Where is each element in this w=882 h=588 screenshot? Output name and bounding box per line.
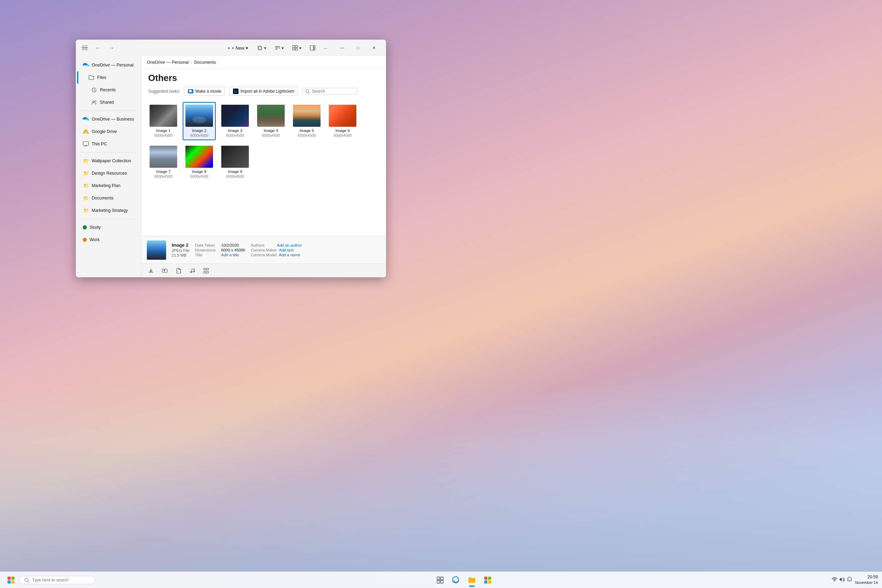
- sidebar-item-this-pc[interactable]: This PC: [77, 138, 140, 150]
- wifi-icon[interactable]: [832, 577, 837, 584]
- sidebar-item-design[interactable]: 📁 Design Resources 📌: [77, 167, 140, 180]
- svg-marker-13: [83, 129, 89, 134]
- sidebar-item-recents[interactable]: Recents: [77, 84, 140, 96]
- breadcrumb-onedrive[interactable]: OneDrive — Personal: [147, 60, 189, 65]
- sidebar-item-shared[interactable]: Shared: [77, 96, 140, 108]
- file-item-img9[interactable]: Image 9 6000x4500: [218, 143, 252, 181]
- mountain-overlay: [0, 381, 882, 588]
- taskbar-file-explorer[interactable]: [464, 573, 479, 587]
- taskbar: 20:59 November 14: [0, 572, 882, 588]
- view-button[interactable]: ▾: [290, 43, 304, 53]
- svg-rect-35: [488, 577, 491, 580]
- windows-logo[interactable]: [6, 574, 17, 586]
- more-button[interactable]: ···: [321, 43, 330, 53]
- back-button[interactable]: ←: [92, 42, 104, 53]
- details-pane-icon: [310, 45, 316, 51]
- documents-folder-icon: 📁: [83, 195, 89, 201]
- file-item-img6[interactable]: Image 6 6000x4500: [326, 102, 359, 140]
- file-item-img7[interactable]: Image 7 6000x4500: [147, 143, 180, 181]
- sidebar-item-google-drive[interactable]: Google Drive: [77, 125, 140, 138]
- details-pane-button[interactable]: [307, 43, 318, 53]
- svg-rect-23: [204, 272, 206, 273]
- svg-point-38: [834, 581, 835, 582]
- search-input[interactable]: [312, 89, 353, 94]
- sidebar-item-marketing-plan[interactable]: 📁 Marketing Plan 📌: [77, 180, 140, 192]
- detail-col-authors: Authors Add an author Camera Maker Add t…: [251, 243, 302, 257]
- minimize-button[interactable]: —: [334, 42, 350, 53]
- download-button[interactable]: [146, 266, 156, 276]
- bottom-toolbar: [141, 264, 386, 277]
- file-thumb-img9: [221, 146, 249, 168]
- breadcrumb-documents[interactable]: Documents: [194, 60, 216, 65]
- sidebar-item-onedrive-personal[interactable]: OneDrive — Personal: [77, 59, 140, 71]
- sidebar-item-wallpaper[interactable]: 📁 Wallpaper Collection 📌: [77, 154, 140, 167]
- svg-rect-6: [310, 45, 313, 50]
- file-item-img1[interactable]: Image 1 6000x4500: [147, 102, 180, 140]
- detail-title-label: Title: [195, 253, 219, 257]
- file-item-img8[interactable]: Image 8 6000x4500: [183, 143, 216, 181]
- this-pc-icon: [83, 141, 89, 147]
- sidebar-item-marketing-strategy[interactable]: 📁 Marketing Strategy 📌: [77, 204, 140, 217]
- svg-rect-22: [206, 268, 209, 270]
- hamburger-menu[interactable]: [80, 43, 90, 53]
- close-button[interactable]: ✕: [366, 42, 382, 53]
- clock-date: November 14: [855, 580, 878, 585]
- onedrive-business-icon: [83, 116, 89, 122]
- file-item-img3[interactable]: Image 3 6000x4500: [218, 102, 252, 140]
- sidebar-item-files[interactable]: Files: [77, 71, 140, 84]
- sidebar-item-documents[interactable]: 📁 Documents 📌: [77, 192, 140, 204]
- window-body: OneDrive — Personal Files Recents: [76, 56, 386, 277]
- marketing-strategy-folder-icon: 📁: [83, 207, 89, 214]
- taskbar-task-view[interactable]: [433, 573, 447, 587]
- music-button[interactable]: [187, 266, 198, 276]
- file-item-img2[interactable]: Image 2 6000x4500: [183, 102, 216, 140]
- file-size-img2: 6000x4500: [190, 133, 208, 138]
- taskbar-store[interactable]: [481, 573, 495, 587]
- detail-camera-model-value[interactable]: Add a name: [279, 253, 300, 257]
- sort-button[interactable]: ▾: [272, 43, 287, 53]
- svg-rect-26: [11, 577, 15, 580]
- detail-camera-maker-value[interactable]: Add text: [279, 248, 294, 252]
- new-button[interactable]: + + New ▾: [224, 43, 252, 53]
- svg-point-19: [190, 272, 192, 273]
- forward-button[interactable]: →: [106, 42, 117, 53]
- maximize-button[interactable]: □: [350, 42, 366, 53]
- files-icon: [88, 74, 95, 81]
- detail-col-main: Image 2 JPEG File 21.5 MB: [172, 243, 189, 257]
- sidebar-item-study[interactable]: Study: [77, 221, 140, 234]
- svg-rect-2: [293, 45, 295, 48]
- make-movie-button[interactable]: Make a movie: [184, 87, 225, 96]
- sidebar-separator-2: [80, 152, 137, 153]
- onedrive-personal-label: OneDrive — Personal: [92, 63, 135, 68]
- sidebar-item-onedrive-business[interactable]: OneDrive — Business: [77, 113, 140, 125]
- detail-camera-model-row: Camera Model Add a name: [251, 253, 302, 257]
- volume-icon[interactable]: [839, 577, 845, 584]
- detail-authors-value[interactable]: Add an author: [277, 243, 302, 248]
- grid-view-button[interactable]: [201, 266, 212, 276]
- detail-date-taken-row: Date Taken 10/2/2020: [195, 243, 245, 248]
- detail-title-value[interactable]: Add a title: [221, 253, 239, 257]
- file-size-img1: 6000x4500: [155, 133, 172, 138]
- file-item-img5[interactable]: Image 5 6000x4500: [290, 102, 323, 140]
- taskbar-search-box[interactable]: [19, 576, 95, 584]
- notifications-icon[interactable]: [847, 577, 852, 584]
- svg-rect-34: [484, 577, 487, 580]
- svg-rect-7: [314, 45, 315, 50]
- file-item-img4[interactable]: Image 4 6000x4500: [254, 102, 287, 140]
- svg-rect-3: [295, 45, 298, 48]
- work-label: Work: [90, 237, 135, 242]
- search-box[interactable]: [302, 88, 358, 95]
- taskbar-search-input[interactable]: [32, 578, 87, 582]
- copy-button[interactable]: ▾: [254, 43, 269, 53]
- music-icon: [189, 268, 195, 273]
- new-file-button[interactable]: [173, 266, 184, 276]
- lightroom-button[interactable]: Lr Import all in Adobe Lightroom: [229, 87, 298, 96]
- files-label: Files: [97, 75, 135, 80]
- file-size-img6: 6000x4500: [334, 133, 352, 138]
- sidebar-item-work[interactable]: Work: [77, 234, 140, 246]
- lightroom-label: Import all in Adobe Lightroom: [240, 89, 295, 94]
- share-button[interactable]: [159, 266, 170, 276]
- file-size-img9: 6000x4500: [226, 174, 244, 178]
- clock[interactable]: 20:59 November 14: [855, 574, 878, 585]
- taskbar-edge[interactable]: [449, 573, 463, 587]
